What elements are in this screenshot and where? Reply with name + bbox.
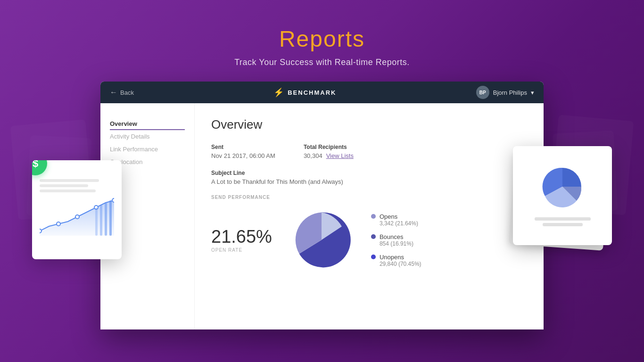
view-lists-link[interactable]: View Lists <box>326 152 354 159</box>
svg-rect-6 <box>100 205 102 236</box>
open-rate: 21.65% OPEN RATE <box>211 228 272 253</box>
open-rate-value: 21.65% <box>211 228 272 246</box>
card-mini-chart <box>40 198 114 236</box>
send-performance-label: SEND PERFORMANCE <box>211 195 527 200</box>
right-decorative-card <box>513 146 612 245</box>
send-performance-section: SEND PERFORMANCE 21.65% OPEN RATE <box>211 195 527 271</box>
user-name: Bjorn Philips <box>493 89 527 96</box>
opens-label: Opens <box>380 213 418 220</box>
subject-line-value: A Lot to be Thankful for This Month (and… <box>211 178 527 185</box>
card-line <box>40 184 88 187</box>
total-recipients-value: 30,304 <box>304 152 322 159</box>
card-line <box>40 189 96 192</box>
opens-value: 3,342 (21.64%) <box>380 220 418 227</box>
benchmark-icon: ⚡ <box>273 87 284 98</box>
svg-point-2 <box>75 215 79 219</box>
user-avatar: BP <box>476 86 489 99</box>
bounces-dot <box>371 234 376 239</box>
legend-item-opens: Opens 3,342 (21.64%) <box>371 213 421 227</box>
chart-legend: Opens 3,342 (21.64%) Bounces 854 (16.91%… <box>371 213 421 267</box>
content-area: Overview Sent Nov 21 2017, 06:00 AM Tota… <box>195 103 544 329</box>
svg-point-4 <box>112 198 114 202</box>
unopens-dot <box>371 255 376 259</box>
right-card-lines <box>522 217 603 226</box>
left-decorative-card: $ <box>32 160 122 259</box>
nav-user-menu[interactable]: BP Bjorn Philips ▾ <box>476 86 534 99</box>
back-arrow-icon: ← <box>110 88 117 97</box>
right-card-line <box>543 223 583 226</box>
back-label: Back <box>120 89 134 96</box>
svg-rect-8 <box>109 200 112 236</box>
back-button[interactable]: ← Back <box>110 88 134 97</box>
right-card-line <box>535 217 591 221</box>
dollar-icon: $ <box>32 160 47 175</box>
stats-row: Sent Nov 21 2017, 06:00 AM Total Recipie… <box>211 144 527 159</box>
svg-rect-5 <box>95 207 98 236</box>
page-header: Reports Track Your Success with Real-tim… <box>234 26 409 67</box>
svg-rect-7 <box>105 203 107 236</box>
total-recipients-label: Total Recipients <box>304 144 354 150</box>
opens-dot <box>371 214 376 219</box>
sidebar-item-overview[interactable]: Overview <box>110 117 185 130</box>
subject-line-label: Subject Line <box>211 170 527 176</box>
page-title: Reports <box>234 26 409 52</box>
main-content: Overview Activity Details Link Performan… <box>100 103 544 329</box>
unopens-value: 29,840 (70.45%) <box>380 261 421 267</box>
nav-logo: ⚡ BENCHMARK <box>273 87 336 98</box>
chevron-down-icon: ▾ <box>531 89 534 96</box>
recipients-stat: Total Recipients 30,304 View Lists <box>304 144 354 159</box>
performance-content: 21.65% OPEN RATE <box>211 209 527 271</box>
card-lines <box>40 179 114 192</box>
unopens-label: Unopens <box>380 254 421 261</box>
open-rate-label: OPEN RATE <box>211 247 272 253</box>
svg-point-0 <box>40 229 41 233</box>
nav-bar: ← Back ⚡ BENCHMARK BP Bjorn Philips ▾ <box>100 82 544 103</box>
sidebar-item-link-performance[interactable]: Link Performance <box>110 143 185 156</box>
right-card-pie <box>541 165 584 210</box>
svg-point-1 <box>57 222 60 226</box>
legend-item-bounces: Bounces 854 (16.91%) <box>371 233 421 247</box>
sent-label: Sent <box>211 144 275 150</box>
page-subtitle: Track Your Success with Real-time Report… <box>234 58 409 67</box>
subject-section: Subject Line A Lot to be Thankful for Th… <box>211 170 527 185</box>
sidebar-item-activity-details[interactable]: Activity Details <box>110 130 185 143</box>
sent-date: Nov 21 2017, 06:00 AM <box>211 152 275 159</box>
bounces-label: Bounces <box>380 233 413 240</box>
card-line <box>40 179 99 182</box>
content-title: Overview <box>211 117 527 132</box>
pie-chart <box>291 209 352 271</box>
bounces-value: 854 (16.91%) <box>380 240 413 247</box>
sent-stat: Sent Nov 21 2017, 06:00 AM <box>211 144 275 159</box>
nav-logo-text: BENCHMARK <box>288 89 336 96</box>
browser-window: ← Back ⚡ BENCHMARK BP Bjorn Philips ▾ Ov… <box>100 82 544 329</box>
legend-item-unopens: Unopens 29,840 (70.45%) <box>371 254 421 267</box>
